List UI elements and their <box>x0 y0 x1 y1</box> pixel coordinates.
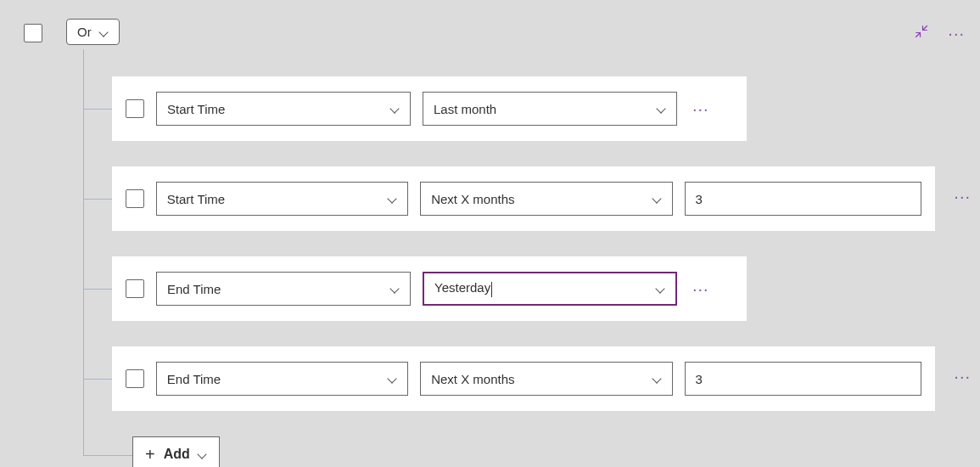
row-checkbox[interactable] <box>126 279 144 298</box>
chevron-down-icon <box>657 284 665 293</box>
tree-connector-horizontal <box>83 199 112 200</box>
operator-dropdown-label: Next X months <box>431 372 514 386</box>
tree-connector-horizontal <box>83 289 112 290</box>
operator-dropdown-label: Yesterday <box>434 280 492 296</box>
chevron-down-icon <box>389 194 397 203</box>
filter-row: End TimeNext X months··· <box>83 346 935 411</box>
field-dropdown[interactable]: Start Time <box>156 92 411 126</box>
plus-icon: + <box>145 446 155 463</box>
field-dropdown[interactable]: End Time <box>156 272 411 306</box>
row-more-icon[interactable]: ··· <box>689 104 713 113</box>
field-dropdown-label: Start Time <box>167 192 225 206</box>
field-dropdown-label: End Time <box>167 372 221 386</box>
filter-row: End TimeYesterday··· <box>83 256 935 321</box>
chevron-down-icon <box>100 28 109 37</box>
tree-connector-horizontal <box>83 109 112 110</box>
row-checkbox[interactable] <box>126 99 144 118</box>
chevron-down-icon <box>391 284 400 293</box>
filter-card: Start TimeLast month··· <box>112 76 747 141</box>
row-more-icon[interactable]: ··· <box>689 284 713 293</box>
filter-card: End TimeYesterday··· <box>112 256 747 321</box>
filter-row: Start TimeLast month··· <box>83 76 935 141</box>
operator-dropdown[interactable]: Last month <box>423 92 677 126</box>
operator-dropdown[interactable]: Next X months <box>420 362 672 396</box>
tree-connector-horizontal <box>83 379 112 380</box>
field-dropdown[interactable]: Start Time <box>156 182 408 216</box>
chevron-down-icon <box>199 450 207 459</box>
row-checkbox[interactable] <box>126 369 144 388</box>
add-button[interactable]: +Add <box>132 436 220 467</box>
chevron-down-icon <box>658 104 666 113</box>
operator-dropdown-label: Next X months <box>431 192 514 206</box>
text-cursor <box>491 282 492 297</box>
row-checkbox[interactable] <box>126 189 144 208</box>
row-more-icon[interactable]: ··· <box>950 192 974 200</box>
filter-row: Start TimeNext X months··· <box>83 166 935 231</box>
operator-dropdown[interactable]: Yesterday <box>423 272 677 306</box>
chevron-down-icon <box>389 374 397 383</box>
add-row: +Add <box>83 436 935 467</box>
field-dropdown-label: Start Time <box>167 102 225 116</box>
chevron-down-icon <box>391 104 400 113</box>
chevron-down-icon <box>653 374 662 383</box>
field-dropdown-label: End Time <box>167 282 221 296</box>
value-input[interactable] <box>685 362 922 396</box>
root-logic-label: Or <box>77 25 92 39</box>
root-more-icon[interactable]: ··· <box>948 29 965 37</box>
operator-dropdown[interactable]: Next X months <box>420 182 672 216</box>
add-button-label: Add <box>164 447 190 462</box>
collapse-icon[interactable] <box>914 24 929 42</box>
tree-connector-horizontal <box>83 455 132 456</box>
value-input[interactable] <box>685 182 922 216</box>
filter-card: Start TimeNext X months <box>112 166 935 231</box>
chevron-down-icon <box>653 194 662 203</box>
root-checkbox[interactable] <box>24 24 42 42</box>
root-logic-dropdown[interactable]: Or <box>66 19 120 45</box>
row-more-icon[interactable]: ··· <box>950 372 974 380</box>
field-dropdown[interactable]: End Time <box>156 362 408 396</box>
operator-dropdown-label: Last month <box>434 102 496 116</box>
filter-card: End TimeNext X months <box>112 346 935 411</box>
